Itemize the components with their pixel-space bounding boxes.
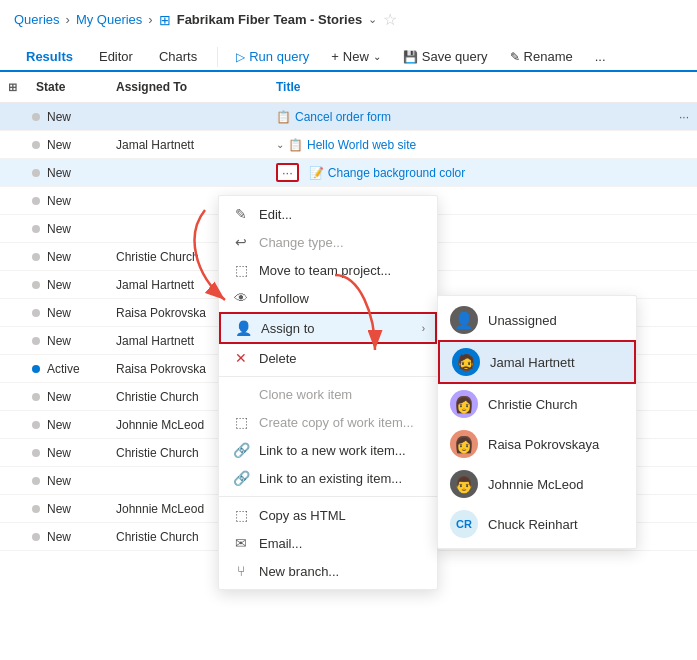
- title-cell: ⌄ 📋 Hello World web site: [268, 138, 697, 152]
- tab-charts[interactable]: Charts: [147, 43, 209, 72]
- state-cell: New: [28, 194, 108, 208]
- change-type-icon: ↩: [233, 234, 249, 250]
- title-cell: 📋 Cancel order form ···: [268, 110, 697, 124]
- menu-link-existing[interactable]: 🔗 Link to an existing item...: [219, 464, 437, 492]
- assigned-col-header: Assigned To: [108, 76, 268, 98]
- link-new-icon: 🔗: [233, 442, 249, 458]
- tab-editor[interactable]: Editor: [87, 43, 145, 72]
- run-query-button[interactable]: ▷ Run query: [226, 44, 319, 69]
- menu-unfollow[interactable]: 👁 Unfollow: [219, 284, 437, 312]
- state-cell: New: [28, 278, 108, 292]
- table-row: New Jamal Hartnett ⌄ 📋 Hello World web s…: [0, 131, 697, 159]
- rename-button[interactable]: ✎ Rename: [500, 44, 583, 69]
- save-icon: 💾: [403, 50, 418, 64]
- state-dot: [32, 169, 40, 177]
- check-col-header: ⊞: [0, 76, 28, 98]
- toolbar: Results Editor Charts ▷ Run query + New …: [0, 39, 697, 72]
- toolbar-divider-1: [217, 47, 218, 67]
- state-cell: Active: [28, 362, 108, 376]
- johnnie-avatar: 👨: [450, 470, 478, 498]
- menu-clone: Clone work item: [219, 381, 437, 408]
- queries-table-icon: ⊞: [159, 12, 171, 28]
- row-more-button[interactable]: ···: [276, 163, 299, 182]
- email-icon: ✉: [233, 535, 249, 551]
- table-row: New 📋 Cancel order form ···: [0, 103, 697, 131]
- context-menu-panel: ✎ Edit... ↩ Change type... ⬚ Move to tea…: [218, 195, 438, 590]
- state-cell: New: [28, 390, 108, 404]
- table-row: New ··· 📝 Change background color: [0, 159, 697, 187]
- submenu-arrow-icon: ›: [422, 323, 425, 334]
- copy-html-icon: ⬚: [233, 507, 249, 523]
- more-options-button[interactable]: ...: [585, 44, 616, 69]
- assign-unassigned[interactable]: 👤 Unassigned: [438, 300, 636, 340]
- new-button[interactable]: + New ⌄: [321, 44, 391, 69]
- assign-raisa[interactable]: 👩 Raisa Pokrovskaya: [438, 424, 636, 464]
- rename-icon: ✎: [510, 50, 520, 64]
- state-cell: New: [28, 446, 108, 460]
- menu-change-type[interactable]: ↩ Change type...: [219, 228, 437, 256]
- queries-link[interactable]: Queries: [14, 12, 60, 27]
- wi-icon: 📋: [276, 110, 291, 124]
- state-cell: New: [28, 166, 108, 180]
- state-cell: New: [28, 250, 108, 264]
- favorite-star-icon[interactable]: ☆: [383, 10, 397, 29]
- menu-new-branch[interactable]: ⑂ New branch...: [219, 557, 437, 585]
- sep2: ›: [148, 12, 152, 27]
- menu-copy-html[interactable]: ⬚ Copy as HTML: [219, 501, 437, 529]
- delete-icon: ✕: [233, 350, 249, 366]
- raisa-avatar: 👩: [450, 430, 478, 458]
- assign-jamal[interactable]: 🧔 Jamal Hartnett: [438, 340, 636, 384]
- state-cell: New: [28, 474, 108, 488]
- unfollow-icon: 👁: [233, 290, 249, 306]
- wi-icon: 📝: [309, 166, 324, 180]
- link-existing-icon: 🔗: [233, 470, 249, 486]
- unassigned-avatar: 👤: [450, 306, 478, 334]
- sep1: ›: [66, 12, 70, 27]
- collapse-icon[interactable]: ⌄: [276, 139, 284, 150]
- assign-chuck[interactable]: CR Chuck Reinhart: [438, 504, 636, 544]
- dropdown-chevron-icon[interactable]: ⌄: [368, 13, 377, 26]
- branch-icon: ⑂: [233, 563, 249, 579]
- run-icon: ▷: [236, 50, 245, 64]
- assign-christie[interactable]: 👩 Christie Church: [438, 384, 636, 424]
- state-cell: New: [28, 334, 108, 348]
- state-cell: New: [28, 222, 108, 236]
- chuck-avatar: CR: [450, 510, 478, 538]
- state-cell: New: [28, 110, 108, 124]
- menu-create-copy: ⬚ Create copy of work item...: [219, 408, 437, 436]
- move-icon: ⬚: [233, 262, 249, 278]
- state-dot: [32, 141, 40, 149]
- menu-email[interactable]: ✉ Email...: [219, 529, 437, 557]
- menu-link-new[interactable]: 🔗 Link to a new work item...: [219, 436, 437, 464]
- current-query: Fabrikam Fiber Team - Stories: [177, 12, 362, 27]
- jamal-avatar: 🧔: [452, 348, 480, 376]
- title-col-header: Title: [268, 76, 697, 98]
- state-cell: New: [28, 138, 108, 152]
- title-cell: ··· 📝 Change background color: [268, 163, 697, 182]
- menu-move-team[interactable]: ⬚ Move to team project...: [219, 256, 437, 284]
- state-cell: New: [28, 502, 108, 516]
- christie-avatar: 👩: [450, 390, 478, 418]
- edit-icon: ✎: [233, 206, 249, 222]
- row-more-icon[interactable]: ···: [679, 110, 689, 124]
- assigned-cell: Jamal Hartnett: [108, 138, 268, 152]
- assign-johnnie[interactable]: 👨 Johnnie McLeod: [438, 464, 636, 504]
- menu-delete[interactable]: ✕ Delete: [219, 344, 437, 372]
- save-query-button[interactable]: 💾 Save query: [393, 44, 498, 69]
- menu-divider-1: [219, 376, 437, 377]
- state-cell: New: [28, 530, 108, 544]
- wi-icon: 📋: [288, 138, 303, 152]
- new-chevron-icon: ⌄: [373, 51, 381, 62]
- menu-divider-2: [219, 496, 437, 497]
- menu-edit[interactable]: ✎ Edit...: [219, 200, 437, 228]
- context-menu: ✎ Edit... ↩ Change type... ⬚ Move to tea…: [218, 195, 438, 590]
- assign-icon: 👤: [235, 320, 251, 336]
- state-cell: New: [28, 306, 108, 320]
- state-col-header: State: [28, 76, 108, 98]
- tab-results[interactable]: Results: [14, 43, 85, 72]
- state-dot: [32, 113, 40, 121]
- my-queries-link[interactable]: My Queries: [76, 12, 142, 27]
- menu-assign-to[interactable]: 👤 Assign to ›: [219, 312, 437, 344]
- state-cell: New: [28, 418, 108, 432]
- breadcrumb: Queries › My Queries › ⊞ Fabrikam Fiber …: [0, 0, 697, 39]
